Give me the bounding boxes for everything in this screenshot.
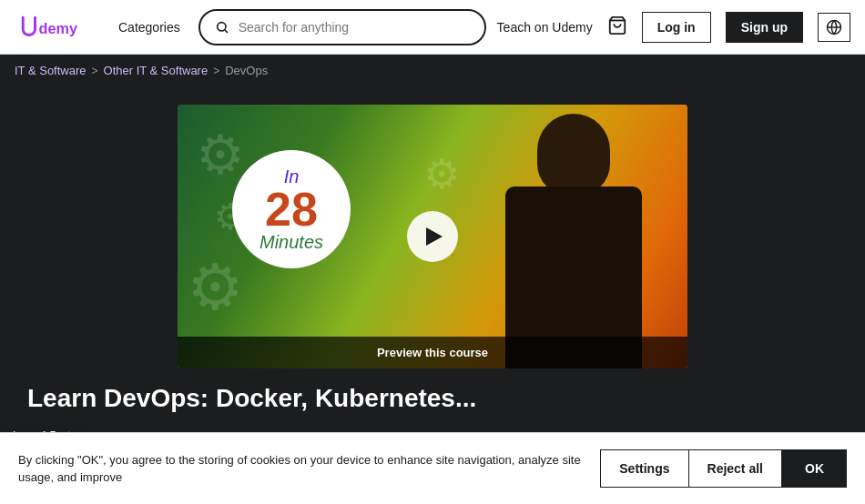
- globe-icon: [826, 19, 842, 35]
- preview-bar: Preview this course: [178, 337, 687, 368]
- signup-button[interactable]: Sign up: [726, 12, 803, 43]
- categories-button[interactable]: Categories: [111, 16, 188, 38]
- header-right: Teach on Udemy Log in Sign up: [497, 12, 850, 43]
- cookie-text: By clicking "OK", you agree to the stori…: [18, 451, 585, 487]
- breadcrumb-separator-1: >: [92, 65, 98, 77]
- breadcrumb-other-it-software[interactable]: Other IT & Software: [104, 64, 209, 77]
- site-header: demy Categories Teach on Udemy Log in Si…: [0, 0, 865, 55]
- svg-line-2: [225, 30, 228, 33]
- breadcrumb-separator-2: >: [213, 65, 219, 77]
- preview-label: Preview this course: [377, 346, 488, 359]
- cookie-settings-button[interactable]: Settings: [600, 449, 688, 488]
- udemy-logo[interactable]: demy: [15, 12, 97, 43]
- main-content: ⚙ ⚙ ⚙ ⚙ In 28 Minutes Preview this cours…: [0, 86, 865, 414]
- gear-icon-3: ⚙: [187, 250, 244, 325]
- svg-point-1: [217, 22, 225, 30]
- cookie-ok-button[interactable]: OK: [782, 449, 847, 488]
- gear-icon-4: ⚙: [423, 150, 460, 198]
- badge-minutes-text: Minutes: [260, 233, 323, 251]
- course-title: Learn DevOps: Docker, Kubernetes...: [27, 383, 838, 414]
- breadcrumb-devops: DevOps: [225, 64, 268, 77]
- search-bar: [198, 9, 486, 45]
- logo-area: demy Categories: [15, 12, 188, 43]
- video-preview[interactable]: ⚙ ⚙ ⚙ ⚙ In 28 Minutes Preview this cours…: [178, 105, 687, 368]
- search-icon: [215, 20, 229, 35]
- cookie-buttons: Settings Reject all OK: [600, 449, 847, 488]
- search-input[interactable]: [239, 20, 470, 35]
- badge-number-text: 28: [265, 186, 318, 233]
- badge-in28minutes: In 28 Minutes: [232, 150, 351, 268]
- teach-on-udemy-link[interactable]: Teach on Udemy: [497, 20, 593, 35]
- cookie-reject-button[interactable]: Reject all: [689, 449, 782, 488]
- play-button[interactable]: [407, 211, 458, 262]
- breadcrumb-it-software[interactable]: IT & Software: [15, 64, 86, 77]
- person-head: [537, 114, 610, 196]
- gear-icon-1: ⚙: [196, 123, 245, 186]
- cookie-banner: By clicking "OK", you agree to the stori…: [0, 432, 865, 504]
- course-title-area: Learn DevOps: Docker, Kubernetes...: [0, 368, 865, 414]
- svg-text:demy: demy: [39, 19, 77, 35]
- cart-icon[interactable]: [607, 15, 627, 39]
- breadcrumb: IT & Software > Other IT & Software > De…: [0, 55, 865, 86]
- language-button[interactable]: [818, 13, 850, 42]
- instructor-silhouette: [478, 114, 669, 368]
- play-icon: [426, 227, 443, 246]
- login-button[interactable]: Log in: [642, 12, 711, 43]
